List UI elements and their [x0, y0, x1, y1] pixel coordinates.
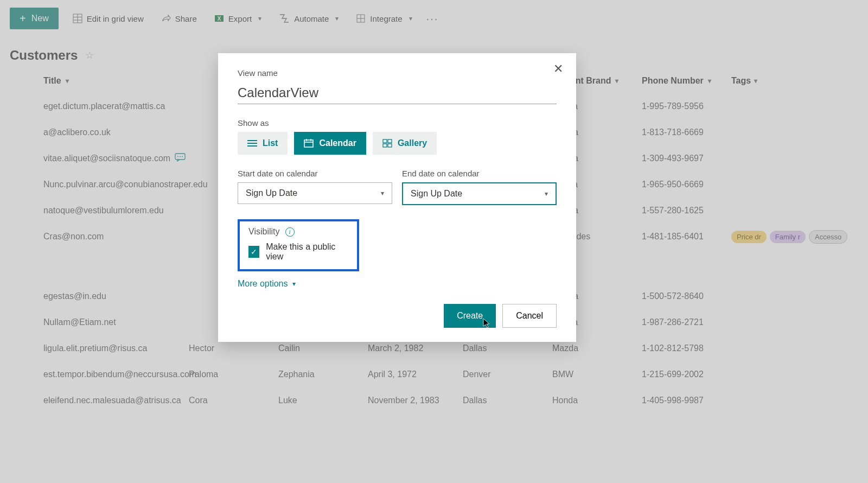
show-as-calendar-button[interactable]: Calendar [294, 132, 366, 155]
view-name-input[interactable] [238, 82, 557, 104]
create-view-modal: ✕ View name Show as List Calendar Galler… [218, 53, 576, 342]
start-date-value: Sign Up Date [246, 188, 297, 198]
start-date-col: Start date on calendar Sign Up Date ▾ [238, 169, 392, 205]
chevron-down-icon: ▾ [381, 189, 384, 197]
calendar-icon [304, 139, 314, 148]
date-row: Start date on calendar Sign Up Date ▾ En… [238, 169, 557, 205]
view-name-label: View name [238, 68, 557, 78]
cancel-button[interactable]: Cancel [502, 304, 557, 328]
end-date-col: End date on calendar Sign Up Date ▾ [402, 169, 557, 205]
more-options-button[interactable]: More options ▾ [238, 279, 557, 289]
create-button[interactable]: Create [444, 304, 496, 328]
close-button[interactable]: ✕ [553, 62, 563, 76]
list-icon [247, 139, 257, 147]
show-as-row: List Calendar Gallery [238, 132, 557, 155]
show-as-gallery-button[interactable]: Gallery [373, 132, 437, 155]
gallery-label: Gallery [398, 138, 427, 148]
info-icon[interactable]: i [285, 227, 295, 237]
end-date-select[interactable]: Sign Up Date ▾ [402, 182, 557, 205]
visibility-header: Visibility i [248, 227, 348, 237]
chevron-down-icon: ▾ [292, 280, 296, 288]
visibility-label: Visibility [248, 227, 280, 237]
end-date-label: End date on calendar [402, 169, 557, 178]
modal-actions: Create Cancel [238, 304, 557, 328]
show-as-label: Show as [238, 118, 557, 128]
svg-rect-22 [383, 144, 387, 147]
svg-rect-21 [388, 139, 392, 143]
start-date-label: Start date on calendar [238, 169, 392, 178]
checkbox-checked-icon: ✓ [248, 246, 259, 258]
public-view-checkbox-row[interactable]: ✓ Make this a public view [248, 242, 348, 262]
public-view-label: Make this a public view [266, 242, 348, 262]
svg-rect-16 [304, 140, 313, 147]
gallery-icon [382, 139, 392, 148]
start-date-select[interactable]: Sign Up Date ▾ [238, 182, 392, 204]
visibility-section: Visibility i ✓ Make this a public view [238, 219, 359, 271]
more-options-label: More options [238, 279, 288, 289]
svg-rect-20 [383, 139, 387, 143]
end-date-value: Sign Up Date [411, 189, 462, 199]
list-label: List [263, 138, 278, 148]
calendar-label: Calendar [319, 138, 356, 148]
chevron-down-icon: ▾ [545, 190, 548, 198]
svg-rect-23 [388, 144, 392, 147]
show-as-list-button[interactable]: List [238, 132, 288, 155]
